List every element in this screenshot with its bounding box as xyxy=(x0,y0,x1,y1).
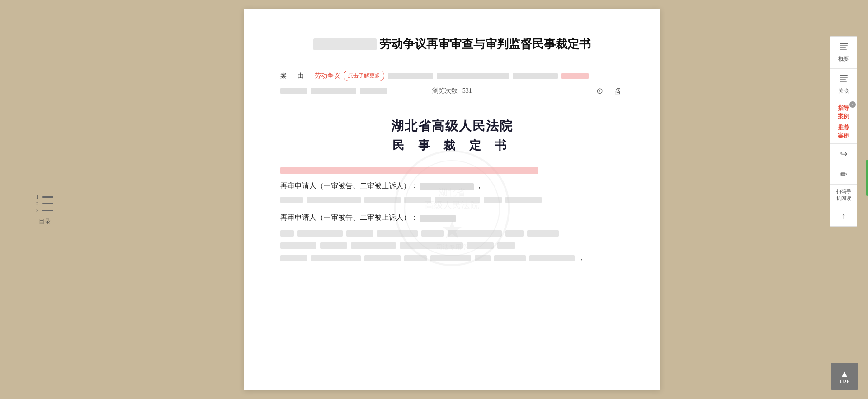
overview-label: 概要 xyxy=(838,56,849,63)
top-arrow-icon: ▲ xyxy=(840,369,849,378)
case-blurred-2 xyxy=(437,73,509,79)
doc-content: 再审申请人（一审被告、二审被上诉人）： ， 再审申请人（一审被告、二审被上诉人）… xyxy=(280,167,624,263)
right-sidebar: 概要 关联 × 指导案例 推荐案例 ↩ ✏ xyxy=(828,36,859,227)
svg-rect-11 xyxy=(840,79,846,80)
bl3-3 xyxy=(351,242,396,249)
bl2-8 xyxy=(527,230,559,237)
document-wrapper: 劳动争议再审审查与审判监督民事裁定书 案 由 劳动争议 点击了解更多 浏览次数 … xyxy=(244,9,660,390)
bl2-7 xyxy=(505,230,524,237)
para2-name-blurred xyxy=(420,215,456,222)
blurred-line-1 xyxy=(280,197,624,203)
bl4-6 xyxy=(475,255,491,261)
case-info-row: 案 由 劳动争议 点击了解更多 xyxy=(280,71,624,81)
paragraph-1: 再审申请人（一审被告、二审被上诉人）： ， xyxy=(280,179,624,193)
view-count-number: 531 xyxy=(462,87,472,94)
edit-icon: ✏ xyxy=(840,169,848,180)
by-char: 由 xyxy=(297,72,311,80)
bl1-1 xyxy=(280,197,303,203)
share-icon: ↩ xyxy=(840,148,848,159)
court-name: 湖北省高级人民法院 xyxy=(280,118,624,135)
bl2-5 xyxy=(421,230,444,237)
svg-rect-9 xyxy=(840,75,848,76)
case-char: 案 xyxy=(280,72,294,80)
bl4-5 xyxy=(430,255,471,261)
toc-lines: 1 2 3 xyxy=(36,195,53,213)
bl4-1 xyxy=(280,255,307,261)
bl4-comma: ， xyxy=(578,253,585,263)
guide-label[interactable]: 指导案例 xyxy=(838,104,849,120)
view-count-label: 浏览次数 xyxy=(432,87,458,94)
blurred-line-3 xyxy=(280,242,624,249)
svg-rect-5 xyxy=(840,43,848,44)
recommend-label[interactable]: 推荐案例 xyxy=(838,124,849,140)
bl4-4 xyxy=(404,255,427,261)
bl4-3 xyxy=(364,255,401,261)
toc-bar-1 xyxy=(42,196,53,198)
bl4-7 xyxy=(494,255,526,261)
highlighted-bar-1 xyxy=(280,167,538,174)
bl3-2 xyxy=(320,242,347,249)
left-edge xyxy=(0,0,34,399)
toc-line-3[interactable]: 3 xyxy=(36,208,53,213)
toc-bar-2 xyxy=(42,203,53,204)
case-blurred-3 xyxy=(513,73,558,79)
top-button[interactable]: ▲ TOP xyxy=(831,363,858,390)
blurred-info xyxy=(280,88,387,94)
guide-section: × 指导案例 推荐案例 xyxy=(830,100,857,144)
title-main-text: 劳动争议再审审查与审判监督民事裁定书 xyxy=(379,36,591,52)
para1-name-blurred xyxy=(420,183,474,190)
sidebar-item-overview[interactable]: 概要 xyxy=(830,37,857,69)
toc-line-1[interactable]: 1 xyxy=(36,195,53,200)
bl2-1 xyxy=(280,230,294,237)
blurred-line-4: ， xyxy=(280,253,624,263)
doc-title: 劳动争议再审审查与审判监督民事裁定书 xyxy=(280,36,624,52)
bl4-8 xyxy=(529,255,575,261)
sidebar-edit[interactable]: ✏ xyxy=(830,164,857,185)
related-label: 关联 xyxy=(838,88,849,95)
know-more-button[interactable]: 点击了解更多 xyxy=(344,71,384,81)
guide-close-button[interactable]: × xyxy=(849,101,856,108)
title-blurred-prefix xyxy=(313,38,377,50)
para1-label: 再审申请人（一审被告、二审被上诉人）： xyxy=(280,182,418,190)
toc-panel: 1 2 3 目录 xyxy=(36,195,53,226)
bl1-5 xyxy=(435,197,480,203)
bl2-4 xyxy=(377,230,418,237)
print-icon[interactable]: 🖨 xyxy=(611,85,624,97)
bl1-2 xyxy=(307,197,361,203)
bl1-3 xyxy=(364,197,401,203)
blurred-line-2: ， xyxy=(280,228,624,238)
sidebar-box: 概要 关联 × 指导案例 推荐案例 ↩ ✏ xyxy=(830,36,857,227)
case-blurred-red xyxy=(561,73,589,79)
svg-rect-10 xyxy=(840,77,848,78)
toc-bar-3 xyxy=(42,210,53,211)
sidebar-share[interactable]: ↩ xyxy=(830,144,857,164)
para2-label: 再审申请人（一审被告、二审被上诉人）： xyxy=(280,214,418,221)
bl2-3 xyxy=(346,230,373,237)
related-icon xyxy=(839,74,849,86)
info-blurred-3 xyxy=(360,88,387,94)
bl1-4 xyxy=(404,197,431,203)
bl2-2 xyxy=(297,230,343,237)
info-blurred-1 xyxy=(280,88,307,94)
bl2-6 xyxy=(448,230,502,237)
case-type-link[interactable]: 劳动争议 xyxy=(315,72,340,80)
scroll-indicator xyxy=(866,160,868,196)
paragraph-2: 再审申请人（一审被告、二审被上诉人）： xyxy=(280,210,624,225)
qr-section[interactable]: 扫码手机阅读 xyxy=(830,185,857,206)
download-icon[interactable]: ⊙ xyxy=(593,85,606,97)
svg-rect-6 xyxy=(840,45,848,46)
case-blurred-1 xyxy=(388,73,433,79)
toc-line-2[interactable]: 2 xyxy=(36,201,53,206)
sidebar-scroll-up[interactable]: ↑ xyxy=(830,206,857,226)
toc-num-1: 1 xyxy=(36,195,41,200)
sidebar-item-related[interactable]: 关联 xyxy=(830,69,857,101)
toc-num-2: 2 xyxy=(36,201,41,206)
bl3-6 xyxy=(497,242,515,249)
bl3-1 xyxy=(280,242,316,249)
svg-rect-8 xyxy=(840,49,847,50)
action-icons: ⊙ 🖨 xyxy=(593,85,624,97)
bl4-2 xyxy=(311,255,361,261)
bl1-7 xyxy=(505,197,542,203)
info-blurred-2 xyxy=(311,88,356,94)
main-area: 劳动争议再审审查与审判监督民事裁定书 案 由 劳动争议 点击了解更多 浏览次数 … xyxy=(72,0,832,399)
